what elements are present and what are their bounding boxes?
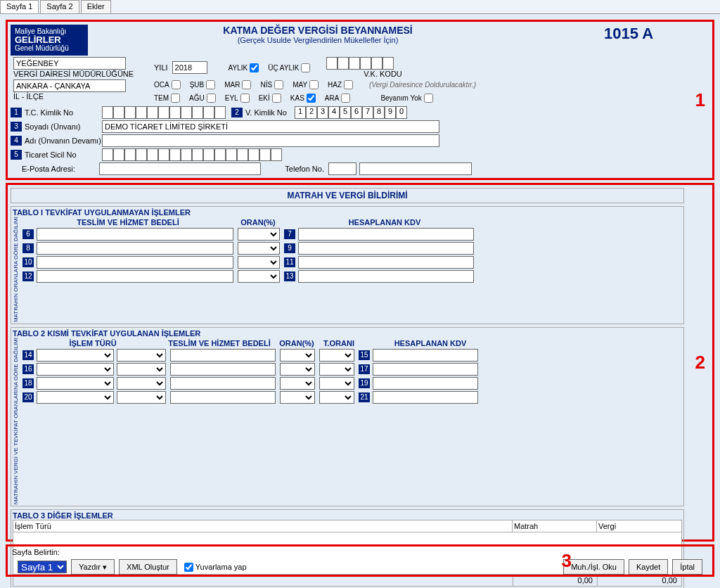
t1-c1: TESLİM VE HİZMET BEDELİ bbox=[22, 218, 233, 226]
t2-bedel-14[interactable] bbox=[170, 349, 276, 362]
t2-bedel-18[interactable] bbox=[170, 377, 276, 390]
kaydet-button[interactable]: Kaydet bbox=[629, 559, 668, 575]
t2-c4: T.ORANI bbox=[318, 339, 360, 347]
sayfa-belirtin-label: Sayfa Belirtin: bbox=[12, 548, 708, 556]
t2-bedel-16[interactable] bbox=[170, 363, 276, 376]
t1-c2: ORAN(%) bbox=[233, 218, 283, 226]
tab-sayfa2[interactable]: Sayfa 2 bbox=[40, 0, 79, 13]
t2-oran-18[interactable] bbox=[280, 377, 315, 390]
t2-islem2-18[interactable] bbox=[117, 377, 166, 390]
yili-input[interactable] bbox=[172, 61, 207, 74]
t2-badge-r: 21 bbox=[359, 392, 370, 402]
tablo2-title: TABLO 2 KISMİ TEVKİFAT UYGULANAN İŞLEMLE… bbox=[13, 329, 682, 338]
section-header: MATRAH VE VERGİ BİLDİRİMİ bbox=[11, 188, 684, 203]
m-eyl-cb[interactable] bbox=[240, 94, 250, 103]
muh-button[interactable]: Muh./İşl. Oku bbox=[563, 559, 624, 575]
tc-kimlik-boxes[interactable] bbox=[102, 106, 226, 119]
t2-kdv-17[interactable] bbox=[373, 363, 478, 376]
m-kas-cb[interactable] bbox=[307, 94, 316, 103]
t2-oran-20[interactable] bbox=[280, 391, 315, 404]
t1-oran-6[interactable] bbox=[238, 228, 280, 241]
m-haz-cb[interactable] bbox=[344, 80, 353, 89]
t2-toran-14[interactable] bbox=[319, 349, 354, 362]
t2-badge-l: 14 bbox=[22, 350, 34, 360]
t2-toran-18[interactable] bbox=[319, 377, 354, 390]
t2-bedel-20[interactable] bbox=[170, 391, 276, 404]
m-haz: HAZ bbox=[328, 81, 342, 89]
vergi-dairesi-input[interactable] bbox=[13, 57, 126, 70]
t3-c3: Vergi bbox=[597, 520, 681, 532]
m-oca-cb[interactable] bbox=[172, 80, 181, 89]
t1-oran-12[interactable] bbox=[238, 270, 280, 283]
t2-kdv-19[interactable] bbox=[373, 377, 478, 390]
form-subtitle: (Gerçek Usulde Vergilendirilen Mükellefl… bbox=[88, 36, 548, 44]
t1-c3: HESAPLANAN KDV bbox=[297, 218, 472, 226]
t1-bedel-10[interactable] bbox=[37, 256, 233, 269]
t2-islem2-20[interactable] bbox=[117, 391, 166, 404]
telefon-input[interactable] bbox=[359, 162, 472, 175]
v-kimlik-boxes[interactable]: 1234567890 bbox=[295, 106, 407, 119]
eposta-input[interactable] bbox=[99, 162, 261, 175]
uc-aylik-check[interactable] bbox=[301, 63, 310, 72]
t2-islem2-14[interactable] bbox=[117, 349, 166, 362]
t2-oran-14[interactable] bbox=[280, 349, 315, 362]
t2-badge-l: 20 bbox=[22, 392, 34, 402]
il-ilce-input[interactable] bbox=[13, 79, 126, 92]
t2-kdv-15[interactable] bbox=[373, 349, 478, 362]
m-mar-cb[interactable] bbox=[242, 80, 251, 89]
t2-oran-16[interactable] bbox=[280, 363, 315, 376]
tab-sayfa1[interactable]: Sayfa 1 bbox=[0, 0, 39, 13]
t2-islem1-14[interactable] bbox=[37, 349, 114, 362]
sayfa-select[interactable]: Sayfa 1 bbox=[18, 561, 67, 573]
m-ara-cb[interactable] bbox=[341, 94, 350, 103]
m-tem: TEM bbox=[154, 94, 169, 102]
t1-bedel-12[interactable] bbox=[37, 270, 233, 283]
badge-4: 4 bbox=[11, 136, 22, 146]
tablo2: TABLO 2 KISMİ TEVKİFAT UYGULANAN İŞLEMLE… bbox=[11, 327, 684, 506]
t1-kdv-13[interactable] bbox=[298, 270, 474, 283]
m-sub-cb[interactable] bbox=[206, 80, 215, 89]
t2-toran-16[interactable] bbox=[319, 363, 354, 376]
t2-c1: İŞLEM TÜRÜ bbox=[22, 339, 163, 347]
t2-islem1-18[interactable] bbox=[37, 377, 114, 390]
xml-button[interactable]: XML Oluştur bbox=[119, 559, 177, 575]
m-eki-cb[interactable] bbox=[272, 94, 281, 103]
sicil-boxes[interactable] bbox=[102, 148, 282, 161]
t1-oran-10[interactable] bbox=[238, 256, 280, 269]
t1-oran-8[interactable] bbox=[238, 242, 280, 255]
vergi-dairesi-label: VERGİ DAİRESİ MÜDÜRLÜĞÜNE bbox=[13, 70, 154, 78]
t2-islem1-16[interactable] bbox=[37, 363, 114, 376]
t2-badge-r: 17 bbox=[359, 364, 370, 374]
t1-bedel-8[interactable] bbox=[37, 242, 233, 255]
telefon-kod-input[interactable] bbox=[328, 162, 356, 175]
iptal-button[interactable]: İptal bbox=[672, 559, 702, 575]
m-agu-cb[interactable] bbox=[207, 94, 216, 103]
t1-kdv-9[interactable] bbox=[298, 242, 474, 255]
t3-c2: Matrah bbox=[513, 520, 597, 532]
m-agu: AĞU bbox=[189, 94, 205, 102]
m-mar: MAR bbox=[224, 81, 240, 89]
t2-kdv-21[interactable] bbox=[373, 391, 478, 404]
t1-kdv-11[interactable] bbox=[298, 256, 474, 269]
t2-islem2-16[interactable] bbox=[117, 363, 166, 376]
m-nis-cb[interactable] bbox=[274, 80, 283, 89]
adi-input[interactable] bbox=[102, 134, 439, 147]
m-tem-cb[interactable] bbox=[171, 94, 180, 103]
il-ilce-label: İL - İLÇE bbox=[13, 92, 154, 101]
t2-islem1-20[interactable] bbox=[37, 391, 114, 404]
m-may-cb[interactable] bbox=[309, 80, 319, 89]
t2-toran-20[interactable] bbox=[319, 391, 354, 404]
m-oca: OCA bbox=[154, 81, 169, 89]
yuvarlama-check[interactable]: Yuvarlama yap bbox=[181, 561, 247, 574]
soyadi-input[interactable] bbox=[102, 120, 439, 133]
yazdir-button[interactable]: Yazdır ▾ bbox=[71, 559, 115, 575]
tab-ekler[interactable]: Ekler bbox=[81, 0, 111, 13]
beyanim-yok-cb[interactable] bbox=[424, 94, 433, 103]
t1-bedel-6[interactable] bbox=[37, 228, 233, 241]
m-kas: KAS bbox=[290, 94, 304, 102]
t1-kdv-7[interactable] bbox=[298, 228, 474, 241]
aylik-check[interactable] bbox=[250, 63, 259, 72]
t2-c3: ORAN(%) bbox=[276, 339, 318, 347]
m-ara: ARA bbox=[325, 94, 340, 102]
t2-c5: HESAPLANAN KDV bbox=[374, 339, 487, 347]
